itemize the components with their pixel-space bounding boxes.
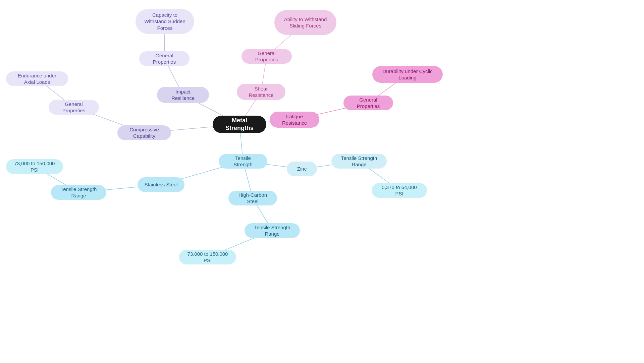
shear-resistance-node: Shear Resistance [237,84,285,100]
psi-5370-64000-node: 5,370 to 64,000 PSI [372,183,427,198]
durability-cyclic-node: Durability under Cyclic Loading [372,66,443,83]
psi-73-150-stainless-node: 73,000 to 150,000 PSI [6,159,63,174]
zinc-node: Zinc [287,162,317,176]
tensile-range-zinc-node: Tensile Strength Range [331,154,387,169]
tensile-strength-node: Tensile Strength [219,154,267,169]
general-props-shear-node: General Properties [241,49,292,64]
compressive-node: Compressive Capability [117,125,171,140]
endurance-axial-node: Endurance under Axial Loads [6,71,68,86]
tensile-range-stainless-node: Tensile Strength Range [51,185,106,200]
general-props-impact-node: General Properties [139,51,190,66]
tensile-range-hc-node: Tensile Strength Range [245,223,300,238]
general-props-fatigue-node: General Properties [343,96,393,110]
capacity-sudden-node: Capacity to Withstand Sudden Forces [136,9,194,34]
fatigue-resistance-node: Fatigue Resistance [270,112,319,128]
stainless-steel-node: Stainless Steel [138,177,184,192]
high-carbon-node: High-Carbon Steel [228,191,277,205]
center-node: Metal Strengths [213,116,266,133]
ability-sliding-node: Ability to Withstand Sliding Forces [274,10,336,35]
psi-73-150-hc-node: 73,000 to 150,000 PSI [179,250,236,264]
general-props-comp-node: General Properties [49,100,99,115]
impact-resilience-node: Impact Resilience [157,87,209,103]
